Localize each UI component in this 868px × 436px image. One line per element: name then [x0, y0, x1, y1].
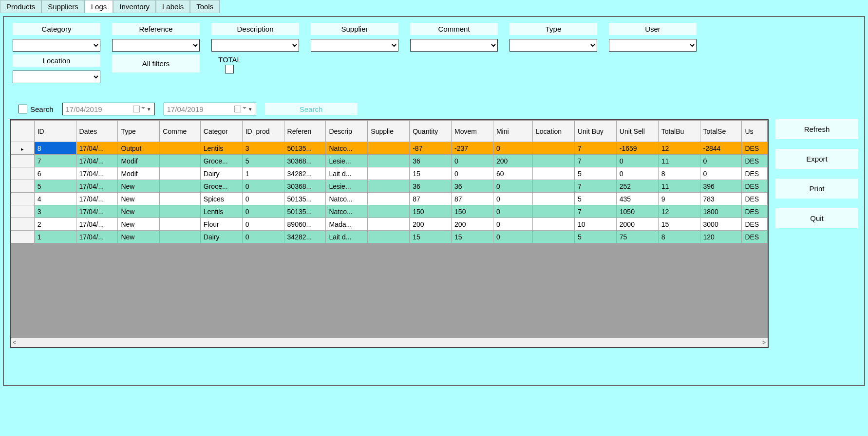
cell[interactable]: Flour: [200, 218, 242, 231]
cell[interactable]: 30368...: [284, 155, 326, 167]
cell[interactable]: 87: [452, 193, 493, 205]
cell[interactable]: 50135...: [284, 142, 326, 155]
cell[interactable]: [160, 180, 200, 193]
col-header[interactable]: TotalSe: [700, 121, 742, 142]
cell[interactable]: 0: [452, 155, 493, 167]
cell[interactable]: 7: [574, 180, 616, 193]
print-button[interactable]: Print: [775, 179, 858, 199]
cell[interactable]: 0: [493, 142, 532, 155]
cell[interactable]: -87: [410, 142, 452, 155]
cell[interactable]: -237: [452, 142, 493, 155]
filter-description-select[interactable]: [211, 39, 299, 52]
cell[interactable]: DES: [742, 155, 768, 167]
cell[interactable]: Lesie...: [326, 180, 368, 193]
cell[interactable]: 34282...: [284, 167, 326, 180]
cell[interactable]: 15: [658, 218, 700, 231]
col-header[interactable]: Supplie: [368, 121, 410, 142]
cell[interactable]: 200: [452, 218, 493, 231]
cell[interactable]: Dairy: [200, 231, 242, 243]
cell[interactable]: 60: [493, 167, 532, 180]
cell[interactable]: 50135...: [284, 205, 326, 218]
cell[interactable]: 200: [493, 155, 532, 167]
cell[interactable]: DES: [742, 218, 768, 231]
cell[interactable]: 36: [410, 155, 452, 167]
cell[interactable]: 0: [493, 231, 532, 243]
cell[interactable]: 0: [616, 155, 658, 167]
cell[interactable]: 7: [574, 155, 616, 167]
cell[interactable]: -1659: [616, 142, 658, 155]
cell[interactable]: Lentils: [200, 142, 242, 155]
cell[interactable]: [160, 205, 200, 218]
cell[interactable]: 3: [34, 205, 76, 218]
cell[interactable]: [368, 218, 410, 231]
table-row[interactable]: 717/04/...ModifGroce...530368...Lesie...…: [11, 155, 768, 167]
cell[interactable]: New: [118, 218, 160, 231]
cell[interactable]: 0: [493, 218, 532, 231]
cell[interactable]: 6: [34, 167, 76, 180]
row-header[interactable]: [11, 167, 35, 180]
cell[interactable]: New: [118, 231, 160, 243]
search-checkbox[interactable]: [19, 105, 27, 113]
cell[interactable]: 11: [658, 155, 700, 167]
cell[interactable]: 8: [34, 142, 76, 155]
quit-button[interactable]: Quit: [775, 208, 858, 228]
cell[interactable]: 2000: [616, 218, 658, 231]
row-header[interactable]: [11, 155, 35, 167]
export-button[interactable]: Export: [775, 149, 858, 169]
cell[interactable]: [533, 193, 575, 205]
cell[interactable]: 0: [242, 205, 284, 218]
filter-category-select[interactable]: [13, 39, 100, 52]
filter-reference-select[interactable]: [112, 39, 200, 52]
cell[interactable]: Lait d...: [326, 231, 368, 243]
cell[interactable]: 9: [658, 193, 700, 205]
cell[interactable]: 0: [493, 180, 532, 193]
tab-tools[interactable]: Tools: [190, 0, 220, 13]
cell[interactable]: [533, 142, 575, 155]
date-from-input[interactable]: 17/04/2019 ▼: [62, 103, 155, 115]
cell[interactable]: 0: [616, 167, 658, 180]
cell[interactable]: 0: [452, 167, 493, 180]
cell[interactable]: [160, 155, 200, 167]
cell[interactable]: 435: [616, 193, 658, 205]
cell[interactable]: Natco...: [326, 193, 368, 205]
cell[interactable]: 36: [410, 180, 452, 193]
cell[interactable]: 17/04/...: [76, 180, 118, 193]
cell[interactable]: 17/04/...: [76, 231, 118, 243]
scroll-left-icon[interactable]: <: [13, 339, 16, 346]
total-checkbox[interactable]: [225, 65, 234, 73]
search-button[interactable]: Search: [265, 103, 358, 115]
col-header[interactable]: Quantity: [410, 121, 452, 142]
col-header[interactable]: Unit Buy: [574, 121, 616, 142]
cell[interactable]: Natco...: [326, 142, 368, 155]
row-header[interactable]: [11, 180, 35, 193]
col-header[interactable]: Referen: [284, 121, 326, 142]
cell[interactable]: 3: [242, 142, 284, 155]
cell[interactable]: 34282...: [284, 231, 326, 243]
cell[interactable]: [160, 193, 200, 205]
tab-labels[interactable]: Labels: [156, 0, 190, 13]
row-header[interactable]: [11, 193, 35, 205]
cell[interactable]: [533, 167, 575, 180]
row-header[interactable]: [11, 142, 35, 155]
cell[interactable]: New: [118, 193, 160, 205]
col-header[interactable]: Mini: [493, 121, 532, 142]
cell[interactable]: [160, 167, 200, 180]
cell[interactable]: New: [118, 205, 160, 218]
cell[interactable]: Dairy: [200, 167, 242, 180]
cell[interactable]: [533, 218, 575, 231]
cell[interactable]: 0: [700, 167, 742, 180]
cell[interactable]: 0: [493, 193, 532, 205]
cell[interactable]: 8: [658, 167, 700, 180]
filter-location-select[interactable]: [13, 71, 100, 83]
cell[interactable]: [160, 231, 200, 243]
table-row[interactable]: 117/04/...NewDairy034282...Lait d...1515…: [11, 231, 768, 243]
cell[interactable]: 783: [700, 193, 742, 205]
cell[interactable]: 0: [242, 218, 284, 231]
cell[interactable]: [533, 155, 575, 167]
date-to-input[interactable]: 17/04/2019 ▼: [164, 103, 256, 115]
cell[interactable]: 1800: [700, 205, 742, 218]
col-header[interactable]: ID_prod: [242, 121, 284, 142]
row-header[interactable]: [11, 205, 35, 218]
cell[interactable]: 0: [242, 180, 284, 193]
cell[interactable]: DES: [742, 205, 768, 218]
